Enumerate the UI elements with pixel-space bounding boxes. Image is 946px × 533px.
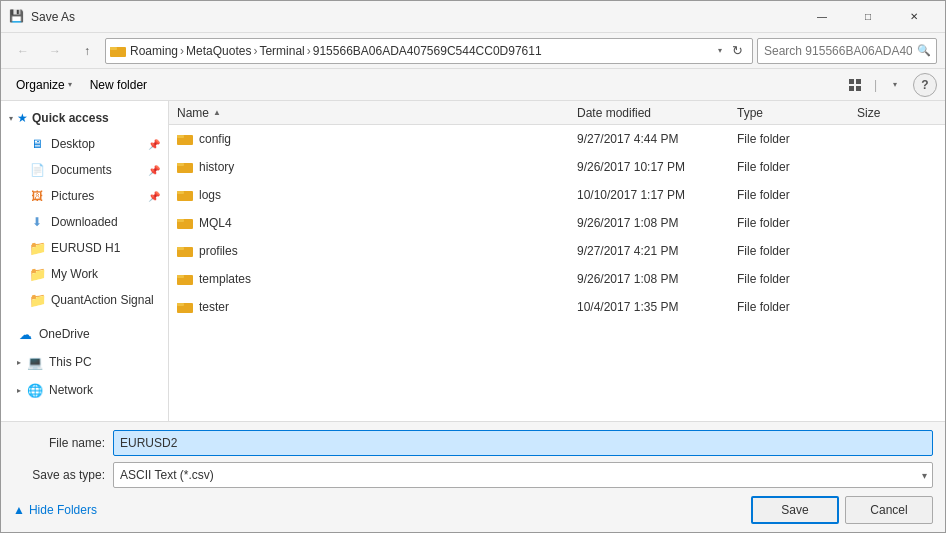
sidebar-item-onedrive[interactable]: ☁ OneDrive: [1, 321, 168, 347]
sidebar-item-eurusd[interactable]: 📁 EURUSD H1: [1, 235, 168, 261]
file-rows-container: config 9/27/2017 4:44 PM File folder his…: [169, 125, 945, 321]
forward-button[interactable]: →: [41, 37, 69, 65]
back-button[interactable]: ←: [9, 37, 37, 65]
file-date: 10/10/2017 1:17 PM: [577, 188, 737, 202]
file-date: 9/26/2017 10:17 PM: [577, 160, 737, 174]
search-icon: 🔍: [917, 44, 931, 57]
address-toolbar: ← → ↑ Roaming › MetaQuotes › Terminal › …: [1, 33, 945, 69]
file-list-header: Name ▲ Date modified Type Size: [169, 101, 945, 125]
file-name-cell: MQL4: [177, 215, 577, 231]
file-type: File folder: [737, 160, 857, 174]
eurusd-folder-icon: 📁: [29, 240, 45, 256]
sidebar-label-pictures: Pictures: [51, 189, 94, 203]
pin-icon-documents: 📌: [148, 165, 160, 176]
breadcrumb-roaming[interactable]: Roaming: [130, 44, 178, 58]
sidebar-item-documents[interactable]: 📄 Documents 📌: [1, 157, 168, 183]
row-folder-icon: [177, 159, 193, 175]
hide-folders-icon: ▲: [13, 503, 25, 517]
svg-rect-1: [110, 47, 117, 50]
file-type: File folder: [737, 132, 857, 146]
file-name-cell: config: [177, 131, 577, 147]
search-input[interactable]: [757, 38, 937, 64]
minimize-button[interactable]: —: [799, 1, 845, 33]
col-header-size[interactable]: Size: [857, 106, 937, 120]
svg-rect-15: [177, 247, 184, 250]
pin-icon-pictures: 📌: [148, 191, 160, 202]
toolbar-right: | ▾ ?: [842, 73, 937, 97]
cancel-button[interactable]: Cancel: [845, 496, 933, 524]
sidebar-label-desktop: Desktop: [51, 137, 95, 151]
file-name: config: [199, 132, 231, 146]
refresh-button[interactable]: ↻: [726, 40, 748, 62]
col-header-type[interactable]: Type: [737, 106, 857, 120]
quantaction-folder-icon: 📁: [29, 292, 45, 308]
breadcrumb-terminal[interactable]: Terminal: [259, 44, 304, 58]
sidebar: ▾ ★ Quick access 🖥 Desktop 📌 📄 Documents…: [1, 101, 169, 421]
documents-icon: 📄: [29, 162, 45, 178]
sidebar-item-thispc[interactable]: ▸ 💻 This PC: [1, 349, 168, 375]
file-name: history: [199, 160, 234, 174]
file-row[interactable]: MQL4 9/26/2017 1:08 PM File folder: [169, 209, 945, 237]
address-dropdown-icon[interactable]: ▾: [718, 46, 722, 55]
hide-folders-control[interactable]: ▲ Hide Folders: [13, 503, 97, 517]
breadcrumb-id[interactable]: 915566BA06ADA407569C544CC0D97611: [313, 44, 542, 58]
sidebar-label-onedrive: OneDrive: [39, 327, 90, 341]
sidebar-item-mywork[interactable]: 📁 My Work: [1, 261, 168, 287]
search-wrap: 🔍: [757, 38, 937, 64]
quick-access-chevron: ▾: [9, 114, 13, 123]
pin-icon-desktop: 📌: [148, 139, 160, 150]
breadcrumb: Roaming › MetaQuotes › Terminal › 915566…: [130, 44, 714, 58]
file-row[interactable]: tester 10/4/2017 1:35 PM File folder: [169, 293, 945, 321]
address-bar[interactable]: Roaming › MetaQuotes › Terminal › 915566…: [105, 38, 753, 64]
svg-rect-19: [177, 303, 184, 306]
row-folder-icon: [177, 187, 193, 203]
sidebar-label-documents: Documents: [51, 163, 112, 177]
dialog-icon: 💾: [9, 9, 25, 25]
file-date: 9/26/2017 1:08 PM: [577, 216, 737, 230]
breadcrumb-metaquotes[interactable]: MetaQuotes: [186, 44, 251, 58]
close-button[interactable]: ✕: [891, 1, 937, 33]
svg-rect-3: [856, 79, 861, 84]
downloaded-icon: ⬇: [29, 214, 45, 230]
file-row[interactable]: logs 10/10/2017 1:17 PM File folder: [169, 181, 945, 209]
file-row[interactable]: templates 9/26/2017 1:08 PM File folder: [169, 265, 945, 293]
quick-access-group[interactable]: ▾ ★ Quick access: [1, 105, 168, 131]
button-row: ▲ Hide Folders Save Cancel: [13, 494, 933, 524]
maximize-button[interactable]: □: [845, 1, 891, 33]
sidebar-item-pictures[interactable]: 🖼 Pictures 📌: [1, 183, 168, 209]
organize-dropdown-icon: ▾: [68, 80, 72, 89]
savetype-row: Save as type: ASCII Text (*.csv)CSV (*.c…: [13, 462, 933, 488]
sidebar-label-network: Network: [49, 383, 93, 397]
savetype-select[interactable]: ASCII Text (*.csv)CSV (*.csv)Tab-delimit…: [113, 462, 933, 488]
file-name: templates: [199, 272, 251, 286]
filename-input[interactable]: [113, 430, 933, 456]
desktop-icon: 🖥: [29, 136, 45, 152]
save-button[interactable]: Save: [751, 496, 839, 524]
help-button[interactable]: ?: [913, 73, 937, 97]
svg-rect-2: [849, 79, 854, 84]
file-name-cell: templates: [177, 271, 577, 287]
network-icon: 🌐: [27, 382, 43, 398]
file-row[interactable]: profiles 9/27/2017 4:21 PM File folder: [169, 237, 945, 265]
row-folder-icon: [177, 215, 193, 231]
new-folder-button[interactable]: New folder: [83, 73, 154, 97]
filename-row: File name:: [13, 430, 933, 456]
file-type: File folder: [737, 300, 857, 314]
up-button[interactable]: ↑: [73, 37, 101, 65]
organize-button[interactable]: Organize ▾: [9, 73, 79, 97]
col-header-name[interactable]: Name ▲: [177, 106, 577, 120]
row-folder-icon: [177, 299, 193, 315]
file-row[interactable]: history 9/26/2017 10:17 PM File folder: [169, 153, 945, 181]
view-dropdown-button[interactable]: ▾: [881, 73, 909, 97]
sort-arrow: ▲: [213, 108, 221, 117]
sidebar-item-downloaded[interactable]: ⬇ Downloaded: [1, 209, 168, 235]
sidebar-item-network[interactable]: ▸ 🌐 Network: [1, 377, 168, 403]
col-header-date[interactable]: Date modified: [577, 106, 737, 120]
file-type: File folder: [737, 272, 857, 286]
sidebar-item-desktop[interactable]: 🖥 Desktop 📌: [1, 131, 168, 157]
view-button[interactable]: [842, 73, 870, 97]
quick-access-icon: ★: [17, 111, 28, 125]
sidebar-item-quantaction[interactable]: 📁 QuantAction Signal: [1, 287, 168, 313]
file-row[interactable]: config 9/27/2017 4:44 PM File folder: [169, 125, 945, 153]
dialog-title: Save As: [31, 10, 799, 24]
